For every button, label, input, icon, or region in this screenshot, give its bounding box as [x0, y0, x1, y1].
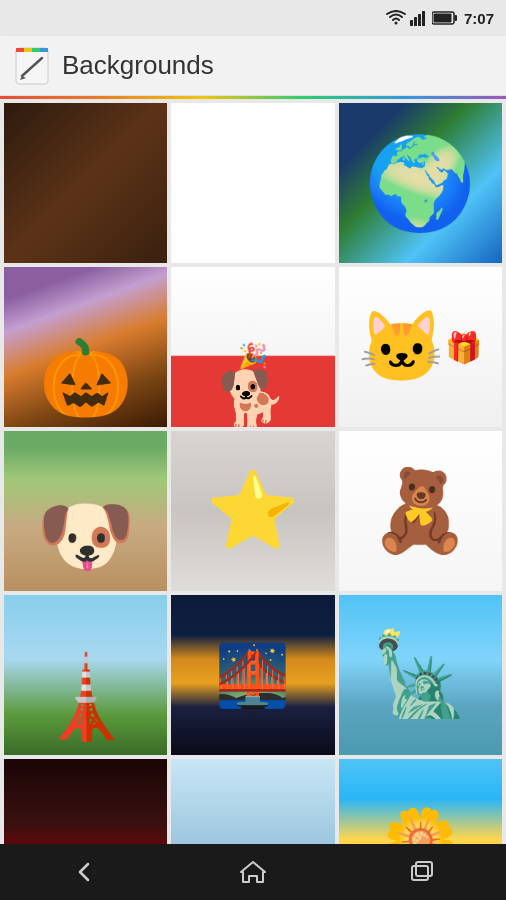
grid-item-12[interactable]: 🗽: [339, 595, 502, 755]
grid-item-8[interactable]: ⭐: [171, 431, 334, 591]
signal-icon: [410, 10, 428, 26]
svg-rect-1: [414, 17, 417, 26]
home-button[interactable]: [223, 844, 283, 900]
svg-marker-14: [241, 862, 265, 882]
recent-apps-button[interactable]: [392, 844, 452, 900]
status-bar: 7:07: [0, 0, 506, 36]
grid-item-9[interactable]: 🧸: [339, 431, 502, 591]
battery-icon: [432, 11, 458, 25]
svg-rect-6: [433, 14, 451, 23]
svg-rect-15: [412, 866, 428, 880]
status-icons: [386, 10, 458, 26]
grid-item-6[interactable]: 🐱🎁: [339, 267, 502, 427]
grid-item-13[interactable]: [4, 759, 167, 844]
grid-item-11[interactable]: 🌉: [171, 595, 334, 755]
svg-rect-10: [32, 48, 40, 52]
grid-item-2[interactable]: [171, 103, 334, 263]
svg-rect-16: [416, 862, 432, 876]
status-time: 7:07: [464, 10, 494, 27]
back-button[interactable]: [54, 844, 114, 900]
nav-bar: [0, 844, 506, 900]
grid-item-5[interactable]: 🎉 🐕: [171, 267, 334, 427]
svg-rect-5: [454, 15, 457, 21]
grid-item-1[interactable]: [4, 103, 167, 263]
grid-item-7[interactable]: 🐶: [4, 431, 167, 591]
grid-item-10[interactable]: 🗼: [4, 595, 167, 755]
svg-rect-9: [24, 48, 32, 52]
svg-rect-0: [410, 20, 413, 26]
wifi-icon: [386, 10, 406, 26]
svg-rect-2: [418, 14, 421, 26]
svg-rect-11: [40, 48, 48, 52]
grid-item-15[interactable]: 🌼: [339, 759, 502, 844]
app-title: Backgrounds: [62, 50, 214, 81]
app-icon: [12, 46, 52, 86]
svg-rect-8: [16, 48, 24, 52]
app-bar: Backgrounds: [0, 36, 506, 96]
svg-rect-3: [422, 11, 425, 26]
grid-item-14[interactable]: 🚣: [171, 759, 334, 844]
grid-item-3[interactable]: 🌍: [339, 103, 502, 263]
grid-item-4[interactable]: 🎃: [4, 267, 167, 427]
image-grid: 🌍🎃 🎉 🐕 🐱🎁🐶⭐🧸🗼🌉🗽🚣🌼: [0, 99, 506, 844]
